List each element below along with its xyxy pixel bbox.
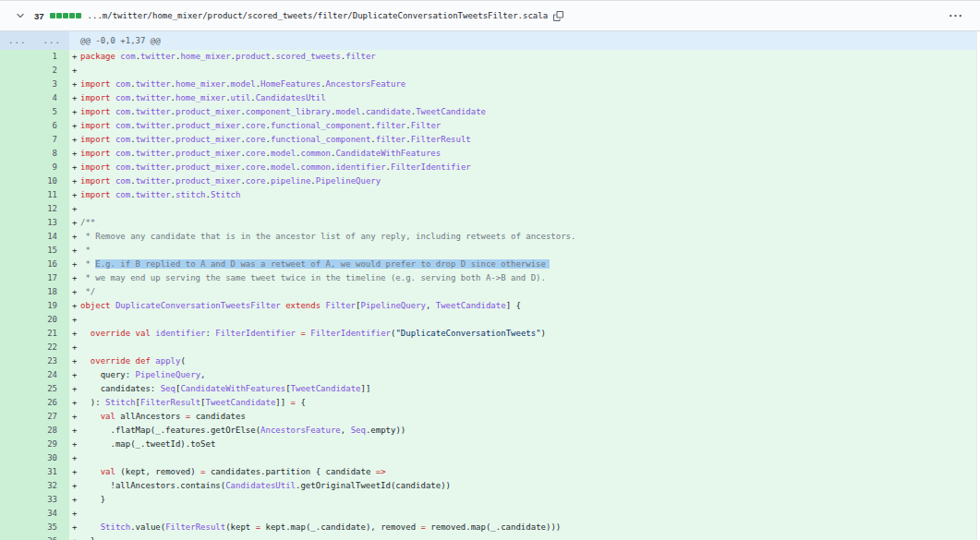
old-line-number-cell[interactable]	[0, 105, 34, 119]
new-line-number-cell[interactable]: 18	[34, 285, 69, 299]
new-line-number-cell[interactable]: 13	[34, 216, 69, 230]
old-line-number-cell[interactable]	[0, 507, 34, 521]
expand-hunk-gutter[interactable]: ... ...	[0, 31, 69, 50]
copy-path-button[interactable]	[551, 9, 565, 23]
old-line-number-cell[interactable]	[0, 534, 34, 540]
old-line-number-cell[interactable]	[0, 341, 34, 354]
old-line-number-cell[interactable]	[0, 271, 34, 285]
old-line-number-cell[interactable]	[0, 161, 34, 174]
old-line-number-cell[interactable]	[0, 188, 34, 202]
new-line-number-cell[interactable]: 32	[34, 479, 69, 493]
collapse-file-button[interactable]	[13, 8, 28, 23]
new-line-number-cell[interactable]: 14	[34, 230, 69, 244]
new-line-number-cell[interactable]: 33	[34, 493, 69, 507]
new-line-number-cell[interactable]: 25	[34, 382, 69, 396]
old-line-number-cell[interactable]	[0, 382, 34, 396]
new-line-number-cell[interactable]: 12	[34, 202, 69, 216]
old-line-number-cell[interactable]	[0, 285, 34, 299]
new-line-number-cell[interactable]: 24	[34, 368, 69, 382]
addition-sign: +	[72, 78, 80, 91]
diff-line: 13+/**	[0, 216, 980, 230]
diff-line: 34+	[0, 507, 980, 521]
old-line-number-cell[interactable]	[0, 50, 34, 64]
diff-line: 28+ .flatMap(_.features.getOrElse(Ancest…	[0, 424, 980, 438]
addition-sign: +	[72, 382, 80, 396]
old-line-number-cell[interactable]	[0, 410, 34, 424]
addition-sign: +	[72, 244, 80, 258]
new-line-number-cell[interactable]: 17	[34, 271, 69, 285]
addition-sign: +	[72, 451, 80, 465]
addition-sign: +	[72, 161, 80, 174]
diff-line: 18+ */	[0, 285, 980, 299]
old-line-number-cell[interactable]	[0, 368, 34, 382]
new-line-number-cell[interactable]: 3	[34, 78, 69, 91]
old-line-number-cell[interactable]	[0, 230, 34, 244]
old-line-number-cell[interactable]	[0, 465, 34, 479]
new-line-number-cell[interactable]: 23	[34, 354, 69, 368]
old-line-number-cell[interactable]	[0, 479, 34, 493]
old-line-number-cell[interactable]	[0, 313, 34, 327]
old-line-number-cell[interactable]	[0, 438, 34, 451]
addition-sign: +	[72, 133, 80, 147]
old-line-number-cell[interactable]	[0, 133, 34, 147]
new-line-number-cell[interactable]: 20	[34, 313, 69, 327]
code-line: + override def apply(	[69, 354, 186, 368]
new-line-number-cell[interactable]: 4	[34, 91, 69, 105]
new-line-number-cell[interactable]: 5	[34, 105, 69, 119]
old-line-number-cell[interactable]	[0, 451, 34, 465]
new-line-number-cell[interactable]: 15	[34, 244, 69, 258]
old-line-number-cell[interactable]	[0, 396, 34, 410]
old-line-number-cell[interactable]	[0, 64, 34, 78]
new-line-number-cell[interactable]: 27	[34, 410, 69, 424]
old-line-number-cell[interactable]	[0, 202, 34, 216]
file-header: 37 ...m/twitter/home_mixer/product/score…	[0, 0, 980, 31]
old-line-number-cell[interactable]	[0, 327, 34, 341]
new-line-number-cell[interactable]: 19	[34, 299, 69, 313]
new-line-number-cell[interactable]: 26	[34, 396, 69, 410]
new-line-number-cell[interactable]: 29	[34, 438, 69, 451]
new-line-number-cell[interactable]: 8	[34, 147, 69, 161]
new-line-number-cell[interactable]: 30	[34, 451, 69, 465]
diff-lines: 1+package com.twitter.home_mixer.product…	[0, 50, 980, 540]
old-line-number-cell[interactable]	[0, 521, 34, 534]
old-line-number-cell[interactable]	[0, 147, 34, 161]
new-line-number-cell[interactable]: 10	[34, 174, 69, 188]
file-options-button[interactable]	[948, 8, 963, 24]
old-line-number-cell[interactable]	[0, 174, 34, 188]
new-line-number-cell[interactable]: 6	[34, 119, 69, 133]
code-line: +object DuplicateConversationTweetsFilte…	[69, 299, 521, 313]
new-line-number-cell[interactable]: 7	[34, 133, 69, 147]
diff-line: 23+ override def apply(	[0, 354, 980, 368]
old-line-number-cell[interactable]	[0, 299, 34, 313]
new-line-number-cell[interactable]: 16	[34, 258, 69, 271]
changed-lines-count: 37	[34, 11, 44, 21]
diff-line: 12+	[0, 202, 980, 216]
new-line-number-cell[interactable]: 36	[34, 534, 69, 540]
new-line-number-cell[interactable]: 11	[34, 188, 69, 202]
code-line: + .map(_.tweetId).toSet	[69, 438, 215, 451]
old-line-number-cell[interactable]	[0, 91, 34, 105]
new-line-number-cell[interactable]: 31	[34, 465, 69, 479]
new-line-number-cell[interactable]: 21	[34, 327, 69, 341]
new-line-number-cell[interactable]: 22	[34, 341, 69, 354]
new-line-number-cell[interactable]: 28	[34, 424, 69, 438]
old-line-number-cell[interactable]	[0, 493, 34, 507]
new-line-number-cell[interactable]: 35	[34, 521, 69, 534]
old-line-number-cell[interactable]	[0, 258, 34, 271]
old-line-number-cell[interactable]	[0, 78, 34, 91]
code-line: +	[69, 341, 80, 354]
old-line-number-cell[interactable]	[0, 354, 34, 368]
diff-line: 29+ .map(_.tweetId).toSet	[0, 438, 980, 451]
old-line-number-cell[interactable]	[0, 216, 34, 230]
old-line-number-cell[interactable]	[0, 119, 34, 133]
new-line-number-cell[interactable]: 34	[34, 507, 69, 521]
old-line-number-cell[interactable]	[0, 244, 34, 258]
new-line-number-cell[interactable]: 9	[34, 161, 69, 174]
code-line: +import com.twitter.product_mixer.core.m…	[69, 161, 471, 174]
new-line-number-cell[interactable]: 2	[34, 64, 69, 78]
new-line-number-cell[interactable]: 1	[34, 50, 69, 64]
scrollbar-track[interactable]	[976, 31, 980, 540]
old-line-number-cell[interactable]	[0, 424, 34, 438]
code-line: +/**	[69, 216, 95, 230]
code-line: + Stitch.value(FilterResult(kept = kept.…	[69, 521, 561, 534]
